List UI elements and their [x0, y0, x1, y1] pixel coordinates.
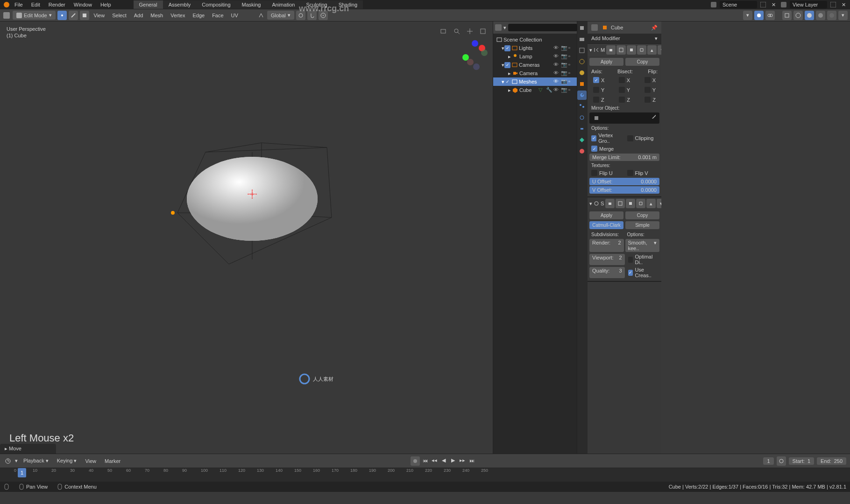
camera-icon[interactable]: 📷 [561, 87, 567, 93]
move-down-icon[interactable]: ▾ [657, 199, 661, 208]
render-icon[interactable]: ▫ [568, 62, 575, 68]
gizmo-z[interactable] [472, 40, 478, 47]
rendered-shading-icon[interactable] [827, 11, 836, 20]
header-mesh[interactable]: Mesh [148, 12, 166, 19]
solid-shading-icon[interactable] [805, 11, 814, 20]
mesh-visibility-icon[interactable]: ▾ [743, 11, 752, 20]
render-icon[interactable]: ▫ [568, 87, 575, 93]
new-scene-icon[interactable] [759, 0, 767, 9]
orientation-gizmo[interactable] [460, 40, 488, 68]
eye-icon[interactable]: 👁 [553, 87, 560, 93]
face-select-icon[interactable] [80, 11, 89, 20]
jump-end-icon[interactable]: ⏭ [468, 456, 476, 465]
render-field[interactable]: Render: 2 [589, 239, 624, 252]
view-perspective-icon[interactable] [478, 26, 488, 36]
copy-button[interactable]: Copy [625, 211, 659, 219]
preview-range-icon[interactable] [777, 456, 786, 466]
collection-enable[interactable] [504, 79, 510, 85]
menu-file[interactable]: File [11, 1, 27, 8]
tab-material[interactable] [577, 147, 587, 156]
collapse-icon[interactable]: ▾ [589, 201, 592, 207]
tree-lights[interactable]: ▾ Lights 👁 📷 ▫ [493, 44, 577, 52]
optimal-check[interactable] [628, 257, 633, 263]
move-up-icon[interactable]: ▴ [646, 199, 656, 208]
modifier-name[interactable]: M [601, 47, 605, 53]
camera-icon[interactable]: 📷 [561, 78, 567, 85]
outliner-editor-icon[interactable] [495, 23, 502, 32]
flip-u-check[interactable] [591, 170, 597, 176]
camera-icon[interactable]: 📷 [561, 62, 567, 68]
chevron-down-icon[interactable]: ▾ [15, 458, 18, 464]
gizmo-neg-x[interactable] [467, 59, 474, 65]
view-menu[interactable]: View [82, 457, 99, 465]
tab-viewlayer[interactable] [577, 46, 587, 55]
bisect-y-check[interactable] [619, 87, 625, 93]
new-viewlayer-icon[interactable] [829, 0, 837, 9]
cage-toggle-icon[interactable] [637, 45, 646, 55]
operator-panel[interactable]: ▸ Move [0, 444, 56, 454]
tree-cube[interactable]: ▸ Cube ▽ 🔧 👁 📷 ▫ [493, 86, 577, 94]
tab-scene[interactable] [577, 57, 587, 66]
axis-x-check[interactable] [593, 77, 599, 83]
editor-type-icon[interactable] [2, 11, 11, 20]
gizmo-neg-z[interactable] [473, 63, 480, 70]
bisect-x-check[interactable] [619, 77, 625, 83]
timeline-editor-icon[interactable] [4, 457, 12, 465]
merge-limit-field[interactable]: Merge Limit: 0.001 m [589, 154, 659, 161]
header-select[interactable]: Select [109, 12, 129, 19]
apply-button[interactable]: Apply [589, 211, 623, 219]
playback-menu[interactable]: Playback ▾ [21, 457, 51, 465]
bisect-z-check[interactable] [619, 97, 625, 103]
workspace-masking[interactable]: Masking [236, 0, 267, 9]
smooth-field[interactable]: Smooth, kee.. ▾ [625, 239, 660, 252]
shading-dropdown-icon[interactable]: ▾ [838, 11, 848, 20]
expand-icon[interactable]: ▸ [508, 70, 511, 77]
apply-button[interactable]: Apply [589, 58, 623, 66]
header-face[interactable]: Face [209, 12, 226, 19]
wireframe-shading-icon[interactable] [793, 11, 803, 20]
delete-scene-icon[interactable]: ✕ [769, 0, 778, 9]
render-icon[interactable]: ▫ [568, 70, 575, 77]
render-icon[interactable]: ▫ [568, 78, 575, 85]
vertex-group-check[interactable] [591, 135, 596, 141]
clipping-check[interactable] [627, 135, 633, 141]
u-offset-field[interactable]: U Offset: 0.0000 [589, 178, 659, 185]
menu-window[interactable]: Window [70, 1, 96, 8]
mode-dropdown[interactable]: Edit Mode ▾ [13, 11, 56, 20]
eye-icon[interactable]: 👁 [553, 78, 560, 85]
merge-check[interactable] [591, 146, 597, 152]
expand-icon[interactable]: ▸ [508, 87, 511, 93]
v-offset-field[interactable]: V Offset: 0.0000 [589, 186, 659, 194]
tab-physics[interactable] [577, 113, 587, 122]
tree-cameras[interactable]: ▾ Cameras 👁 📷 ▫ [493, 61, 577, 69]
workspace-assembly[interactable]: Assembly [163, 0, 197, 9]
view-zoom-icon[interactable] [452, 26, 462, 36]
keying-menu[interactable]: Keying ▾ [54, 457, 80, 465]
workspace-general[interactable]: General [134, 0, 163, 9]
workspace-compositing[interactable]: Compositing [196, 0, 236, 9]
mesh-cube[interactable] [168, 133, 336, 264]
scene-field[interactable]: Scene [720, 1, 757, 8]
menu-render[interactable]: Render [45, 1, 69, 8]
flip-y-check[interactable] [645, 87, 651, 93]
tab-object[interactable] [577, 79, 587, 89]
flip-z-check[interactable] [645, 97, 651, 103]
cage-toggle-icon[interactable] [636, 199, 645, 208]
render-icon[interactable]: ▫ [568, 45, 575, 51]
overlay-toggle-icon[interactable] [765, 11, 775, 20]
quality-field[interactable]: Quality: 3 [589, 267, 625, 278]
eye-icon[interactable]: 👁 [553, 62, 560, 68]
tab-render[interactable] [577, 23, 587, 33]
tab-world[interactable] [577, 68, 587, 77]
viewport-field[interactable]: Viewport: 2 [589, 254, 625, 265]
end-frame-field[interactable]: End: 250 [817, 457, 846, 465]
tree-camera[interactable]: ▸ Camera 👁 📷 ▫ [493, 69, 577, 77]
flip-x-check[interactable] [645, 77, 651, 83]
render-toggle-icon[interactable] [606, 45, 616, 55]
keyframe-next-icon[interactable]: ▸▸ [458, 456, 467, 465]
autokey-icon[interactable] [411, 456, 420, 466]
blender-icon[interactable] [2, 0, 11, 9]
realtime-toggle-icon[interactable] [616, 199, 625, 208]
xray-icon[interactable] [782, 11, 792, 20]
move-up-icon[interactable]: ▴ [647, 45, 657, 55]
